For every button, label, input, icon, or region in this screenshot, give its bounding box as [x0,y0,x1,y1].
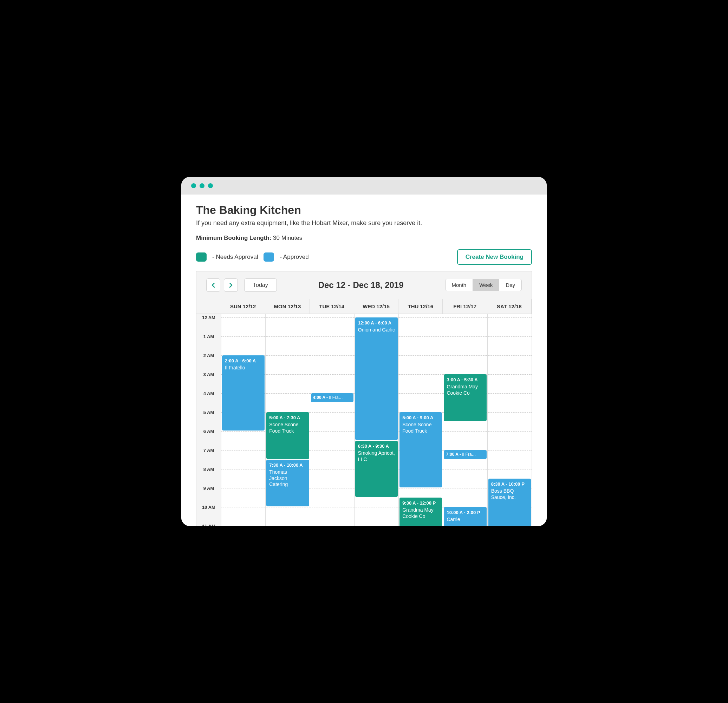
calendar-header-row: SUN 12/12 MON 12/13 TUE 12/14 WED 12/15 … [196,299,532,314]
booking-event[interactable]: 5:00 A - 9:00 AScone Scone Food Truck [400,412,442,487]
window-dot [191,183,196,188]
event-title: Thomas Jackson Catering [269,469,306,488]
calendar-body[interactable]: 12 AM1 AM2 AM3 AM4 AM5 AM6 AM7 AM8 AM9 A… [196,314,532,526]
day-col-thu[interactable]: 5:00 A - 9:00 AScone Scone Food Truck9:3… [399,314,443,526]
hour-label: 1 AM [196,334,221,339]
event-title: Onion and Garlic [358,327,395,333]
event-title: Grandma May Cookie Co [446,384,484,396]
calendar-corner [196,299,221,314]
day-header-mon: MON 12/13 [265,299,309,314]
app-window: The Baking Kitchen If you need any extra… [181,177,547,526]
day-col-tue[interactable]: 4:00 A - Il Fra… [310,314,354,526]
event-time: 12:00 A - 6:00 A [358,320,395,326]
legend: - Needs Approval - Approved [196,252,309,262]
calendar-range-title: Dec 12 - Dec 18, 2019 [318,280,404,290]
day-header-tue: TUE 12/14 [310,299,354,314]
hour-label: 2 AM [196,353,221,358]
calendar-nav-left: Today [206,278,277,292]
chevron-left-icon [211,283,215,288]
day-col-wed[interactable]: 12:00 A - 6:00 AOnion and Garlic6:30 A -… [354,314,399,526]
hour-label: 10 AM [196,504,221,510]
hour-label: 4 AM [196,391,221,396]
event-time: 7:00 A - [446,452,462,457]
event-time: 10:00 A - 2:00 P [446,510,484,515]
today-button[interactable]: Today [244,278,277,292]
event-time: 6:30 A - 9:30 A [358,444,395,449]
event-time: 4:00 A - [313,395,329,400]
booking-event[interactable]: 4:00 A - Il Fra… [311,393,354,402]
view-week-button[interactable]: Week [472,279,499,291]
event-title: Carrie [446,517,484,523]
event-title: Boss BBQ Sauce, Inc. [491,488,528,500]
event-title: Grandma May Cookie Co [402,507,439,519]
event-title: Scone Scone Food Truck [269,422,306,434]
event-title: Scone Scone Food Truck [402,422,439,434]
day-header-wed: WED 12/15 [354,299,399,314]
window-dot [199,183,205,188]
hour-label: 7 AM [196,448,221,453]
event-time: 2:00 A - 6:00 A [225,358,262,363]
hour-label: 5 AM [196,410,221,415]
chevron-right-icon [229,283,233,288]
page-title: The Baking Kitchen [196,204,532,217]
event-time: 7:30 A - 10:00 A [269,462,306,468]
hour-label: 11 AM [196,524,221,526]
calendar: Today Dec 12 - Dec 18, 2019 Month Week D… [196,271,532,526]
view-toggle: Month Week Day [445,279,522,291]
day-col-sat[interactable]: 8:30 A - 10:00 PBoss BBQ Sauce, Inc. [487,314,532,526]
event-title: Il Fra… [462,452,476,457]
event-title: Il Fra… [329,395,342,400]
view-month-button[interactable]: Month [445,279,473,291]
hour-label: 9 AM [196,485,221,491]
booking-event[interactable]: 9:30 A - 12:00 PGrandma May Cookie Co [400,498,442,526]
day-header-thu: THU 12/16 [399,299,443,314]
legend-needs-approval: - Needs Approval [212,254,258,261]
min-booking-label: Minimum Booking Length: [196,235,271,241]
event-time: 5:00 A - 7:30 A [269,415,306,420]
hour-label: 12 AM [196,315,221,320]
event-time: 9:30 A - 12:00 P [402,500,439,506]
next-button[interactable] [224,278,238,292]
min-booking-value: 30 Minutes [273,235,302,241]
event-time: 5:00 A - 9:00 A [402,415,439,420]
legend-approved: - Approved [280,254,309,261]
event-time: 8:30 A - 10:00 P [491,481,528,487]
event-time: 3:00 A - 5:30 A [446,377,484,382]
prev-button[interactable] [206,278,220,292]
booking-event[interactable]: 7:30 A - 10:00 AThomas Jackson Catering [266,460,309,506]
view-day-button[interactable]: Day [499,279,521,291]
booking-event[interactable]: 10:00 A - 2:00 PCarrie [444,507,486,526]
booking-event[interactable]: 3:00 A - 5:30 AGrandma May Cookie Co [444,374,486,421]
calendar-toolbar: Today Dec 12 - Dec 18, 2019 Month Week D… [196,271,532,299]
window-titlebar [181,177,547,194]
hour-label: 8 AM [196,467,221,472]
hour-label: 3 AM [196,372,221,377]
min-booking-length: Minimum Booking Length: 30 Minutes [196,235,532,242]
page-content: The Baking Kitchen If you need any extra… [181,194,547,526]
booking-event[interactable]: 5:00 A - 7:30 AScone Scone Food Truck [266,412,309,459]
event-title: Smoking Apricot, LLC [358,450,395,462]
swatch-needs-approval [196,252,207,262]
day-col-fri[interactable]: 3:00 A - 5:30 AGrandma May Cookie Co7:00… [443,314,487,526]
booking-event[interactable]: 6:30 A - 9:30 ASmoking Apricot, LLC [355,441,398,497]
window-dot [208,183,213,188]
legend-row: - Needs Approval - Approved Create New B… [196,249,532,265]
hour-label: 6 AM [196,429,221,434]
page-description: If you need any extra equipment, like th… [196,219,532,227]
time-column: 12 AM1 AM2 AM3 AM4 AM5 AM6 AM7 AM8 AM9 A… [196,314,221,526]
day-col-mon[interactable]: 5:00 A - 7:30 AScone Scone Food Truck7:3… [265,314,309,526]
booking-event[interactable]: 2:00 A - 6:00 AIl Fratello [222,355,264,431]
booking-event[interactable]: 8:30 A - 10:00 PBoss BBQ Sauce, Inc. [488,478,531,526]
day-header-sat: SAT 12/18 [487,299,532,314]
day-header-sun: SUN 12/12 [221,299,265,314]
day-header-fri: FRI 12/17 [443,299,487,314]
booking-event[interactable]: 7:00 A - Il Fra… [444,450,486,459]
booking-event[interactable]: 12:00 A - 6:00 AOnion and Garlic [355,317,398,440]
day-col-sun[interactable]: 2:00 A - 6:00 AIl Fratello [221,314,265,526]
event-title: Il Fratello [225,365,262,371]
create-new-booking-button[interactable]: Create New Booking [457,249,532,265]
swatch-approved [263,252,274,262]
